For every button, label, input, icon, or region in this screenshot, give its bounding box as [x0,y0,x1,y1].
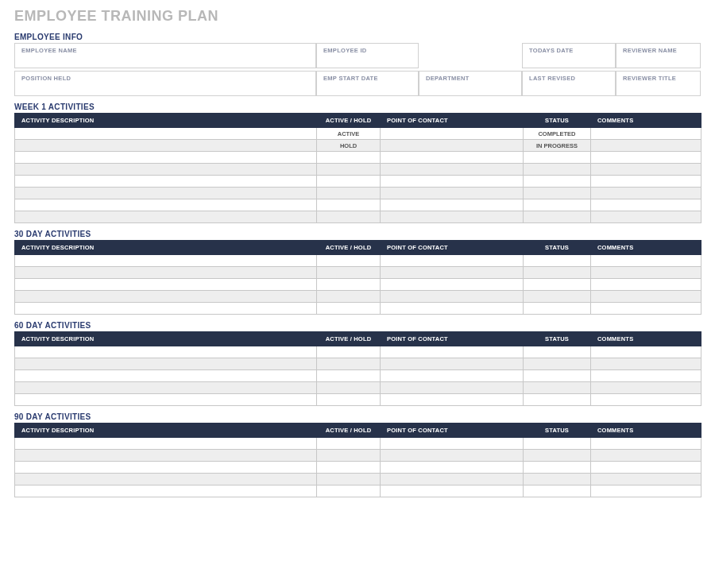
cell-desc[interactable] [15,474,317,485]
cell-status[interactable] [524,199,591,211]
cell-status[interactable] [524,176,591,188]
cell-status[interactable] [524,255,591,267]
cell-active[interactable] [317,358,381,370]
cell-desc[interactable] [15,450,317,462]
cell-desc[interactable] [15,303,317,315]
cell-status[interactable] [524,370,591,382]
cell-desc[interactable] [15,485,317,497]
cell-active[interactable] [317,450,381,462]
cell-desc[interactable] [15,267,317,279]
cell-active[interactable] [317,438,381,450]
cell-status[interactable] [524,346,591,358]
cell-active[interactable] [317,291,381,303]
cell-desc[interactable] [15,176,317,188]
value-emp-start-date[interactable] [316,83,419,96]
cell-contact[interactable] [381,140,524,152]
cell-active[interactable]: HOLD [317,140,381,152]
cell-desc[interactable] [15,438,317,450]
cell-comments[interactable] [591,346,701,358]
cell-desc[interactable] [15,370,317,382]
cell-desc[interactable] [15,279,317,291]
cell-status[interactable] [524,211,591,223]
cell-desc[interactable] [15,152,317,164]
cell-active[interactable] [317,199,381,211]
cell-comments[interactable] [591,199,701,211]
cell-contact[interactable] [381,199,524,211]
cell-contact[interactable] [381,211,524,223]
cell-status[interactable] [524,267,591,279]
value-last-revised[interactable] [522,83,616,96]
cell-active[interactable] [317,462,381,474]
cell-comments[interactable] [591,438,701,450]
cell-status[interactable]: IN PROGRESS [524,140,591,152]
cell-active[interactable] [317,382,381,394]
cell-comments[interactable] [591,291,701,303]
cell-active[interactable] [317,474,381,485]
value-todays-date[interactable] [522,56,616,68]
cell-active[interactable] [317,267,381,279]
cell-desc[interactable] [15,211,317,223]
cell-active[interactable] [317,279,381,291]
cell-contact[interactable] [381,462,524,474]
cell-active[interactable] [317,303,381,315]
cell-contact[interactable] [381,128,524,140]
cell-active[interactable] [317,255,381,267]
cell-status[interactable] [524,291,591,303]
cell-comments[interactable] [591,394,701,406]
cell-comments[interactable] [591,450,701,462]
cell-status[interactable] [524,485,591,497]
cell-desc[interactable] [15,358,317,370]
cell-status[interactable] [524,462,591,474]
cell-comments[interactable] [591,188,701,199]
value-department[interactable] [419,83,522,96]
cell-comments[interactable] [591,370,701,382]
cell-contact[interactable] [381,152,524,164]
cell-desc[interactable] [15,140,317,152]
cell-active[interactable] [317,485,381,497]
cell-contact[interactable] [381,291,524,303]
cell-comments[interactable] [591,164,701,176]
cell-contact[interactable] [381,164,524,176]
cell-contact[interactable] [381,188,524,199]
cell-desc[interactable] [15,128,317,140]
cell-comments[interactable] [591,462,701,474]
cell-contact[interactable] [381,358,524,370]
cell-status[interactable] [524,303,591,315]
cell-status[interactable] [524,438,591,450]
cell-desc[interactable] [15,188,317,199]
cell-contact[interactable] [381,255,524,267]
value-reviewer-name[interactable] [616,56,701,68]
cell-comments[interactable] [591,140,701,152]
cell-status[interactable] [524,382,591,394]
cell-status[interactable] [524,474,591,485]
cell-desc[interactable] [15,199,317,211]
cell-contact[interactable] [381,370,524,382]
cell-status[interactable] [524,450,591,462]
cell-status[interactable] [524,394,591,406]
cell-desc[interactable] [15,394,317,406]
cell-contact[interactable] [381,485,524,497]
cell-active[interactable]: ACTIVE [317,128,381,140]
cell-status[interactable] [524,358,591,370]
cell-contact[interactable] [381,474,524,485]
cell-status[interactable] [524,152,591,164]
cell-comments[interactable] [591,485,701,497]
cell-contact[interactable] [381,382,524,394]
cell-desc[interactable] [15,291,317,303]
value-position-held[interactable] [14,83,316,96]
cell-desc[interactable] [15,255,317,267]
cell-active[interactable] [317,164,381,176]
cell-contact[interactable] [381,267,524,279]
cell-comments[interactable] [591,382,701,394]
cell-status[interactable]: COMPLETED [524,128,591,140]
value-employee-name[interactable] [14,56,316,68]
cell-comments[interactable] [591,474,701,485]
cell-desc[interactable] [15,462,317,474]
cell-comments[interactable] [591,279,701,291]
cell-active[interactable] [317,346,381,358]
cell-active[interactable] [317,188,381,199]
cell-status[interactable] [524,188,591,199]
cell-active[interactable] [317,152,381,164]
cell-comments[interactable] [591,358,701,370]
cell-comments[interactable] [591,128,701,140]
